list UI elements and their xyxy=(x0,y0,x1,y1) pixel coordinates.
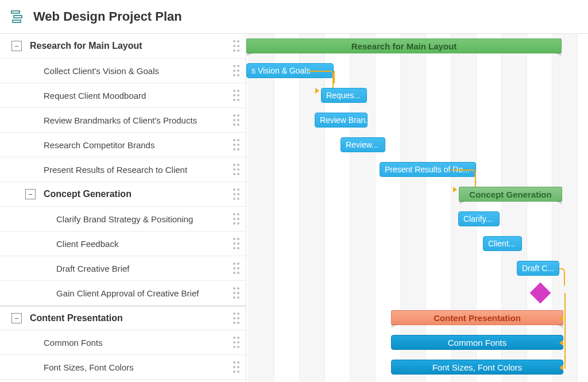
task-bar[interactable]: Draft C... xyxy=(517,261,559,276)
task-tree: − Research for Main Layout Collect Clien… xyxy=(0,34,246,381)
collapse-toggle[interactable]: − xyxy=(11,41,22,51)
dependency-line xyxy=(563,294,566,317)
drag-handle-icon[interactable] xyxy=(232,133,240,157)
collapse-toggle[interactable]: − xyxy=(25,189,36,199)
drag-handle-icon[interactable] xyxy=(232,108,240,132)
task-label: Gain Client Approval of Creative Brief xyxy=(56,288,199,298)
drag-handle-icon[interactable] xyxy=(232,182,240,206)
summary-bar-concept[interactable]: Concept Generation xyxy=(459,187,562,202)
bar-label: Draft C... xyxy=(522,264,554,273)
task-label: Collect Client's Vision & Goals xyxy=(44,66,159,76)
page-title: Web Design Project Plan xyxy=(33,9,182,24)
task-bar[interactable]: Common Fonts xyxy=(391,335,563,350)
gantt-chart[interactable]: Research for Main Layout s Vision & Goal… xyxy=(246,34,588,381)
header: Web Design Project Plan xyxy=(0,0,588,33)
group-label: Concept Generation xyxy=(44,189,131,199)
bar-label: Review... xyxy=(346,140,378,149)
task-row[interactable]: Client Feedback xyxy=(0,231,246,256)
dependency-arrow-icon xyxy=(559,340,563,346)
drag-handle-icon[interactable] xyxy=(232,157,240,182)
task-row[interactable]: Gain Client Approval of Creative Brief xyxy=(0,281,246,306)
task-row[interactable]: Review Brandmarks of Client's Products xyxy=(0,108,246,133)
drag-handle-icon[interactable] xyxy=(232,34,240,58)
task-bar[interactable]: Clarify... xyxy=(458,211,500,226)
bar-label: Common Fonts xyxy=(448,338,507,348)
drag-handle-icon[interactable] xyxy=(232,330,240,354)
group-row-research[interactable]: − Research for Main Layout xyxy=(0,34,246,59)
task-label: Review Brandmarks of Client's Products xyxy=(44,115,197,125)
dependency-arrow-icon xyxy=(559,315,563,321)
drag-handle-icon[interactable] xyxy=(232,256,240,280)
task-row[interactable]: Common Fonts xyxy=(0,330,246,355)
task-bar[interactable]: Reques... xyxy=(321,88,367,103)
bar-label: Client... xyxy=(488,239,515,248)
group-label: Research for Main Layout xyxy=(30,41,142,51)
task-label: Clarify Brand Strategy & Positioning xyxy=(56,214,193,224)
bar-label: Review Bran... xyxy=(320,115,372,125)
svg-rect-2 xyxy=(13,20,21,22)
task-label: Font Sizes, Font Colors xyxy=(44,362,134,372)
task-row[interactable]: Collect Client's Vision & Goals xyxy=(0,59,246,83)
bar-label: Reques... xyxy=(326,91,361,100)
task-row[interactable]: Font Sizes, Font Colors xyxy=(0,355,246,380)
task-row[interactable]: Present Results of Research to Client xyxy=(0,157,246,182)
drag-handle-icon[interactable] xyxy=(232,59,240,83)
bar-label: Font Sizes, Font Colors xyxy=(432,362,523,372)
group-label: Content Presentation xyxy=(30,313,123,323)
svg-rect-0 xyxy=(11,11,20,13)
summary-bar-content[interactable]: Content Presentation xyxy=(391,310,563,325)
task-row[interactable]: Request Client Moodboard xyxy=(0,83,246,108)
task-label: Present Results of Research to Client xyxy=(44,165,187,175)
drag-handle-icon[interactable] xyxy=(232,231,240,256)
drag-handle-icon[interactable] xyxy=(232,281,240,305)
task-label: Draft Creative Brief xyxy=(56,264,130,273)
task-bar[interactable]: Client... xyxy=(483,236,522,251)
drag-handle-icon[interactable] xyxy=(232,83,240,107)
task-row[interactable]: Clarify Brand Strategy & Positioning xyxy=(0,207,246,231)
drag-handle-icon[interactable] xyxy=(232,355,240,379)
bar-label: s Vision & Goals xyxy=(252,66,310,75)
milestone-diamond-icon[interactable] xyxy=(530,283,551,304)
task-bar[interactable]: Font Sizes, Font Colors xyxy=(391,360,563,375)
svg-rect-1 xyxy=(14,16,22,18)
task-row[interactable]: Research Competitor Brands xyxy=(0,133,246,157)
body: − Research for Main Layout Collect Clien… xyxy=(0,33,588,381)
drag-handle-icon[interactable] xyxy=(232,207,240,231)
group-row-content[interactable]: − Content Presentation xyxy=(0,306,246,330)
task-label: Research Competitor Brands xyxy=(44,140,154,150)
task-row[interactable]: Draft Creative Brief xyxy=(0,256,246,281)
task-label: Client Feedback xyxy=(56,239,118,249)
bar-label: Content Presentation xyxy=(434,313,521,323)
summary-bar-research[interactable]: Research for Main Layout xyxy=(246,38,562,53)
gantt-icon xyxy=(10,9,25,24)
gantt-bars: Research for Main Layout s Vision & Goal… xyxy=(246,34,588,381)
bar-label: Research for Main Layout xyxy=(351,41,457,51)
bar-label: Concept Generation xyxy=(469,190,551,199)
task-label: Common Fonts xyxy=(44,338,103,348)
collapse-toggle[interactable]: − xyxy=(11,313,22,323)
task-bar[interactable]: Review... xyxy=(341,137,385,152)
bar-label: Clarify... xyxy=(463,214,492,223)
dependency-line xyxy=(334,71,335,83)
task-bar[interactable]: Review Bran... xyxy=(315,113,368,128)
dependency-arrow-icon xyxy=(559,365,563,371)
group-row-concept[interactable]: − Concept Generation xyxy=(0,182,246,207)
task-label: Request Client Moodboard xyxy=(44,91,146,101)
drag-handle-icon[interactable] xyxy=(232,307,240,330)
